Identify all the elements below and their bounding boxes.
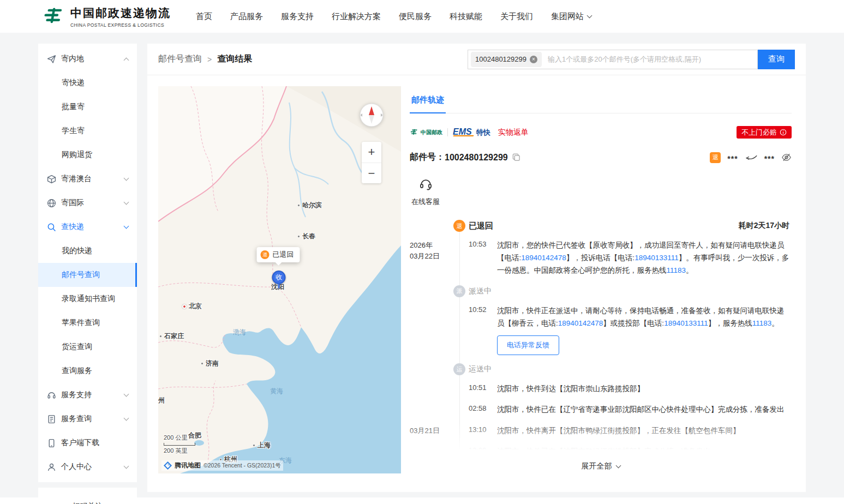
sidebar-label: 录取通知书查询 — [62, 294, 115, 304]
event-text: 沈阳市，快件离开【沈阳市鸭绿江街揽投部】，正在发往【航空包件车间】 — [497, 424, 789, 437]
top-header: 中国邮政速递物流 CHINA POSTAL EXPRESS & LOGISTIC… — [0, 0, 844, 33]
chevron-down-icon — [615, 463, 621, 468]
info-icon — [780, 129, 787, 136]
headset-icon — [47, 391, 56, 400]
sidebar-label: 邮件号查询 — [62, 270, 100, 280]
timeline-event: 02:58 沈阳市，快件已在【辽宁省寄递事业部沈阳邮区中心快件处理中心】完成分拣… — [410, 403, 792, 416]
breadcrumb-parent[interactable]: 邮件号查询 — [158, 53, 202, 65]
sidebar-group-send-international[interactable]: 寄国际 — [38, 191, 137, 215]
sidebar-group-personal-center[interactable]: 个人中心 — [38, 455, 137, 479]
tencent-map-logo-icon — [164, 461, 172, 470]
sidebar-group-service-support[interactable]: 服务支持 — [38, 383, 137, 407]
remove-tag-icon[interactable]: × — [530, 56, 537, 63]
status-title: 派送中 — [469, 286, 492, 296]
scale-km-label: 200 公里 — [164, 434, 195, 442]
breadcrumb-separator: > — [207, 55, 212, 64]
city-dot — [159, 335, 162, 338]
search-tag-value: 1002480129299 — [475, 55, 526, 63]
chevron-down-icon — [124, 223, 129, 229]
nav-tech[interactable]: 科技赋能 — [450, 11, 482, 22]
search-box[interactable]: 1002480129299 × — [468, 50, 758, 69]
timeline-status-transporting: 运 运送中 — [410, 363, 792, 375]
destination-pin[interactable]: 收 — [272, 271, 286, 289]
sidebar-item-my-express[interactable]: 我的快递 — [38, 239, 137, 263]
city-dot — [297, 235, 300, 238]
tab-mail-trace[interactable]: 邮件轨迹 — [410, 95, 446, 113]
event-time: 13:09 — [469, 445, 497, 455]
zoom-in-button[interactable]: + — [362, 142, 381, 163]
sidebar-label: 查询服务 — [62, 366, 92, 376]
expand-all-label: 展开全部 — [582, 461, 612, 471]
online-customer-service[interactable]: 在线客服 — [410, 177, 441, 207]
nav-about[interactable]: 关于我们 — [500, 11, 533, 22]
guarantee-badge[interactable]: 不上门必赔 — [737, 126, 792, 139]
map-city-shijiazhuang: 石家庄 — [159, 332, 184, 341]
sidebar-label: 网购退货 — [62, 150, 92, 160]
sidebar-group-service-query[interactable]: 服务查询 — [38, 407, 137, 431]
nav-solutions[interactable]: 行业解决方案 — [332, 11, 381, 22]
mailno-value: 1002480129299 — [445, 153, 508, 163]
china-post-label: 中国邮政 — [421, 129, 442, 136]
sidebar-group-send-hmt[interactable]: 寄港澳台 — [38, 167, 137, 191]
nav-home[interactable]: 首页 — [196, 11, 212, 22]
sidebar-item-apple-query[interactable]: 苹果件查询 — [38, 311, 137, 335]
sender-masked: *** — [727, 152, 738, 163]
chevron-down-icon — [124, 175, 129, 181]
eye-off-icon[interactable] — [781, 152, 792, 163]
sidebar-label: 寄港澳台 — [61, 174, 92, 184]
copy-icon[interactable] — [512, 153, 520, 161]
sidebar-item-admission-letter-query[interactable]: 录取通知书查询 — [38, 287, 137, 311]
status-title: 运送中 — [469, 364, 492, 374]
map-city-edge: 州 — [158, 396, 165, 405]
search-button[interactable]: 查询 — [758, 50, 795, 69]
sidebar-label: 服务查询 — [61, 414, 92, 424]
event-date: 2026年03月22日 — [410, 239, 450, 277]
chevron-down-icon — [124, 199, 129, 205]
china-post-mini-logo: 中国邮政 — [410, 128, 442, 136]
expand-all-button[interactable]: 展开全部 — [410, 455, 792, 475]
sidebar-item-mailno-query[interactable]: 邮件号查询 — [38, 263, 137, 287]
scale-mi-label: 200 英里 — [164, 447, 195, 455]
search-input[interactable] — [547, 55, 752, 64]
scale-bar — [164, 443, 195, 446]
map-city-changchun: 长春 — [297, 232, 315, 241]
nav-products[interactable]: 产品服务 — [230, 11, 263, 22]
nav-support[interactable]: 服务支持 — [281, 11, 314, 22]
map-compass[interactable] — [359, 103, 384, 128]
customer-service-label: 在线客服 — [410, 197, 441, 207]
chevron-down-icon — [124, 463, 129, 469]
ems-suffix-label: 特快 — [476, 128, 490, 137]
paper-plane-icon — [47, 55, 56, 64]
timeline-event: 10:51 沈阳市，快件到达【沈阳市崇山东路揽投部】 — [410, 382, 792, 395]
main-nav: 首页 产品服务 服务支持 行业解决方案 便民服务 科技赋能 关于我们 集团网站 — [196, 11, 591, 22]
sidebar-item-student-send[interactable]: 学生寄 — [38, 119, 137, 143]
sidebar-item-query-service[interactable]: 查询服务 — [38, 359, 137, 383]
tracking-map[interactable]: 哈尔滨 长春 沈阳 北京 石家庄 济南 合肥 上海 杭州 州 渤海 黄海 东海 … — [158, 86, 401, 473]
phone-issue-feedback-button[interactable]: 电话异常反馈 — [497, 335, 559, 355]
timeline-status-returned: 退 已退回 耗时2天17小时 — [410, 220, 792, 232]
event-text: 沈阳市，快件已在【沈阳市鸭绿江街揽投部】完成分拣，准备发出 — [497, 445, 789, 455]
site-logo[interactable]: 中国邮政速递物流 CHINA POSTAL EXPRESS & LOGISTIC… — [41, 5, 171, 28]
sidebar-item-batch-send[interactable]: 批量寄 — [38, 95, 137, 119]
sidebar-item-shopping-returns[interactable]: 网购退货 — [38, 143, 137, 167]
city-dot — [297, 204, 300, 207]
attribution-brand[interactable]: 腾讯地图 — [175, 461, 201, 470]
map-city-jinan: 济南 — [201, 359, 219, 368]
nav-convenience[interactable]: 便民服务 — [399, 11, 432, 22]
sidebar-item-send-express[interactable]: 寄快递 — [38, 71, 137, 95]
chevron-up-icon — [124, 57, 129, 63]
map-city-beijing: 北京 — [182, 302, 202, 311]
event-time: 02:58 — [469, 403, 497, 416]
sidebar-group-send-domestic[interactable]: 寄内地 — [38, 47, 137, 71]
status-transporting-icon: 运 — [453, 363, 465, 375]
sidebar-item-freight-query[interactable]: 货运查询 — [38, 335, 137, 359]
zoom-out-button[interactable]: − — [362, 163, 381, 183]
sidebar-group-track[interactable]: 查快递 — [38, 215, 137, 239]
sidebar-item-client-download[interactable]: 客户端下载 — [38, 431, 137, 455]
city-dot — [253, 444, 255, 447]
nav-group-site[interactable]: 集团网站 — [551, 11, 591, 22]
tracking-tabs: 邮件轨迹 — [410, 86, 792, 113]
chevron-down-icon — [124, 415, 129, 421]
map-status-callout[interactable]: 退 已退回 — [257, 247, 300, 262]
mailno-search: 1002480129299 × 查询 — [468, 50, 795, 69]
